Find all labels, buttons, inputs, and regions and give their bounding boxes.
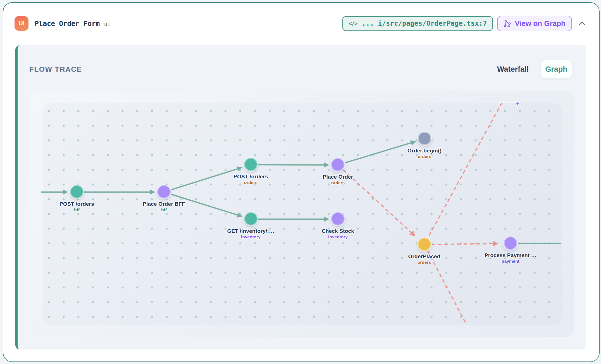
graph-node-orderplaced[interactable]: OrderPlacedorders <box>408 238 440 265</box>
source-file-chip[interactable]: </> ... i/src/pages/OrderPage.tsx:7 <box>342 16 493 31</box>
entity-subtitle: ui <box>104 20 111 27</box>
node-label: Process Payment … <box>485 252 536 258</box>
graph-node-post-orders[interactable]: POST /ordersbff <box>59 185 94 212</box>
node-circle[interactable] <box>70 185 84 198</box>
node-label: Check Stock <box>322 228 354 234</box>
node-label: GET /inventory/:… <box>227 228 274 234</box>
node-circle[interactable] <box>418 238 431 251</box>
flow-trace-title: FLOW TRACE <box>29 65 82 74</box>
graph-node-place-order[interactable]: Place Orderorders <box>323 158 353 185</box>
graph-node-process-payment[interactable]: Process Payment …payment <box>485 236 536 264</box>
code-icon: </> <box>349 20 357 27</box>
node-service-label: bff <box>143 207 185 212</box>
node-label: OrderPlaced <box>408 253 440 260</box>
node-service-label: payment <box>485 259 536 264</box>
view-on-graph-button[interactable]: View on Graph <box>497 16 572 31</box>
node-service-label: orders <box>233 180 268 185</box>
graph-node-post-orders[interactable]: POST /ordersorders <box>233 158 268 185</box>
view-on-graph-label: View on Graph <box>515 19 566 28</box>
node-service-label: orders <box>408 260 440 265</box>
node-label: Place Order <box>323 174 353 180</box>
node-label: POST /orders <box>59 201 94 207</box>
node-label: Place Order BFF <box>143 201 185 207</box>
tab-graph[interactable]: Graph <box>541 60 572 78</box>
node-circle[interactable] <box>157 185 171 198</box>
node-service-label: orders <box>323 180 353 185</box>
graph-canvas[interactable] <box>43 103 562 325</box>
source-file-path: ... i/src/pages/OrderPage.tsx:7 <box>362 20 487 27</box>
node-label: POST /orders <box>233 174 268 180</box>
view-toggle: Waterfall Graph <box>495 60 572 78</box>
share-nodes-icon <box>504 20 511 27</box>
node-service-label: bff <box>59 207 94 212</box>
entity-title: Place Order Form <box>35 20 100 28</box>
collapse-chevron-icon[interactable] <box>578 21 586 26</box>
node-service-label: inventory <box>227 234 274 240</box>
graph-node-order-begin[interactable]: Order.begin()orders <box>407 132 442 159</box>
card-header: UI Place Order Form ui </> ... i/src/pag… <box>15 15 586 32</box>
graph-node-get-inventory[interactable]: GET /inventory/:…inventory <box>227 212 274 240</box>
node-circle[interactable] <box>244 158 257 171</box>
node-circle[interactable] <box>331 212 345 226</box>
flow-trace-header: FLOW TRACE Waterfall Graph <box>29 60 572 78</box>
node-circle[interactable] <box>244 212 257 226</box>
node-service-label: inventory <box>322 234 354 240</box>
node-circle[interactable] <box>418 132 431 145</box>
graph-node-check-stock[interactable]: Check Stockinventory <box>322 212 354 240</box>
entity-card: UI Place Order Form ui </> ... i/src/pag… <box>3 2 600 362</box>
graph-container <box>30 91 574 337</box>
node-circle[interactable] <box>504 236 517 250</box>
graph-node-place-order-bff[interactable]: Place Order BFFbff <box>143 185 185 212</box>
node-label: Order.begin() <box>407 148 442 154</box>
flow-trace-panel: FLOW TRACE Waterfall Graph <box>15 45 586 349</box>
node-circle[interactable] <box>331 158 345 171</box>
tab-waterfall[interactable]: Waterfall <box>495 65 531 74</box>
node-service-label: orders <box>407 154 442 159</box>
entity-type-badge: UI <box>15 16 28 31</box>
